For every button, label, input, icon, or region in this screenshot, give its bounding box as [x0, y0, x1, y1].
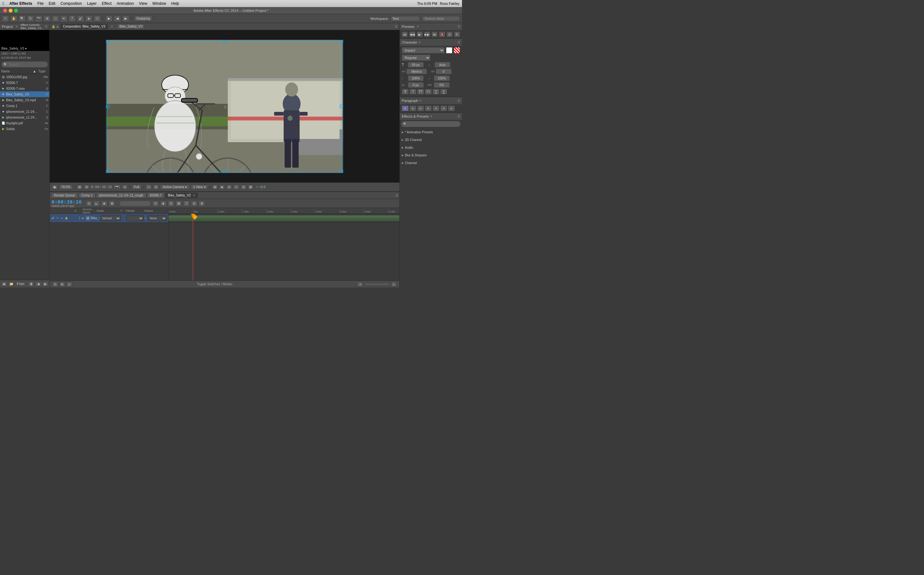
forward-btn[interactable]: ▶ — [122, 15, 129, 22]
tl-btn1[interactable]: ⊙ — [152, 201, 159, 206]
paragraph-panel-close[interactable]: ✕ — [419, 99, 422, 102]
sync-btn[interactable]: ⊞ — [212, 184, 218, 189]
tl-btn5[interactable]: ☐ — [183, 201, 190, 206]
solo-icon[interactable]: ◈ — [56, 25, 59, 28]
audio-switch[interactable]: 🔊 — [51, 216, 55, 220]
grid-btn[interactable]: ⊞ — [76, 184, 83, 189]
effects-search-input[interactable] — [407, 122, 459, 126]
list-item[interactable]: ▶ 92006-7.mov Q — [0, 86, 49, 91]
tl-btn4[interactable]: ⊠ — [175, 201, 182, 206]
list-item[interactable]: ■ Bike_Safety_V3 C — [0, 91, 49, 97]
align-center-btn[interactable]: ≡ — [409, 105, 416, 111]
new-comp-btn[interactable]: ◉ — [1, 281, 7, 286]
preview-play-btn[interactable]: ▶ — [417, 32, 423, 37]
zoom-tool[interactable]: 🔍 — [19, 15, 25, 22]
tl-btn2[interactable]: ◈ — [160, 201, 167, 206]
layer-parent-select[interactable]: None — [148, 215, 167, 221]
align-right-btn[interactable]: ≡ — [417, 105, 424, 111]
project-panel-menu[interactable]: ☰ — [45, 25, 48, 28]
mute-btn[interactable]: 🔈 — [93, 201, 100, 206]
workspace-select[interactable]: Text — [391, 16, 420, 21]
overlay-btn[interactable]: ⊠ — [248, 184, 253, 189]
project-panel-close[interactable]: ✕ — [15, 25, 18, 28]
preview-last-btn[interactable]: ⏭ — [432, 32, 438, 37]
font-style-select[interactable]: Regular — [402, 54, 430, 61]
lock-switch[interactable]: 🔒 — [64, 216, 69, 220]
render-btn[interactable]: ⊙ — [122, 184, 128, 189]
expand-all-btn[interactable]: ⊞ — [59, 282, 65, 287]
layer-expand-btn[interactable]: ▶ — [81, 216, 85, 220]
timeline-panel-menu[interactable]: ☰ — [395, 194, 398, 197]
list-item[interactable]: ▶ Bike_Safety_V3.mp4 M — [0, 97, 49, 103]
anchor-tool[interactable]: ⊕ — [44, 15, 51, 22]
character-panel-menu[interactable]: ☰ — [457, 41, 460, 44]
camera-btn[interactable]: 📷 — [113, 184, 121, 189]
list-item[interactable]: ■ Comp 1 C — [0, 103, 49, 109]
eraser-tool[interactable]: ◈ — [85, 15, 92, 22]
guide-btn[interactable]: ⊘ — [84, 184, 89, 189]
effect-controls-tab[interactable]: Effect Controls: Bike_Safety_V3... — [21, 24, 44, 30]
solo-switches-btn[interactable]: ⊙ — [86, 201, 92, 206]
tab-render-queue[interactable]: Render Queue — [51, 193, 78, 198]
snapshot-btn[interactable]: ◉ — [52, 184, 58, 189]
transparency-btn[interactable]: ☐ — [146, 184, 152, 189]
list-item[interactable]: ▶ iphonemovie_11-24-12_rough.mov Q — [0, 114, 49, 120]
solo-switch[interactable]: ◈ — [60, 216, 64, 220]
list-item[interactable]: ▤ 1000x1000.jpg JP▸ — [0, 74, 49, 80]
layer-trkmat-select[interactable] — [126, 215, 144, 221]
prev-btn[interactable]: ◀ — [35, 281, 41, 286]
bold-btn[interactable]: T — [402, 89, 409, 95]
leading-input[interactable] — [434, 62, 451, 68]
horiz-scale-input[interactable] — [434, 75, 450, 81]
character-panel-close[interactable]: ✕ — [418, 41, 421, 44]
tl-btn7[interactable]: ⊕ — [199, 201, 205, 206]
effects-category[interactable]: ▶ * Animation Presets — [400, 128, 462, 136]
justify-left-btn[interactable]: ≡ — [425, 105, 432, 111]
next-btn[interactable]: ▶ — [42, 281, 48, 286]
fill-color-swatch[interactable] — [446, 47, 452, 54]
snapping-toggle[interactable]: Snapping — [134, 16, 152, 21]
layer-row[interactable]: 🔊 👁 ◈ 🔒 1 ▶ M Bike_Safety_V3.mp4 Normal — [50, 214, 168, 223]
pixel-btn[interactable]: ⊡ — [153, 184, 159, 189]
hand-tool[interactable]: ✋ — [10, 15, 18, 22]
zoom-select[interactable]: 78.5% — [59, 184, 73, 189]
effects-category[interactable]: ▶ Channel — [400, 159, 462, 167]
zoom-out-btn[interactable]: ◁ — [357, 282, 363, 287]
active-camera-select[interactable]: Active Camera ▾ — [160, 184, 190, 189]
small-caps-btn[interactable]: TT — [425, 89, 432, 95]
camera-tool[interactable]: 📷 — [35, 15, 42, 22]
paragraph-panel-menu[interactable]: ☰ — [457, 99, 460, 102]
draft-btn[interactable]: ⊙ — [226, 184, 232, 189]
menu-composition[interactable]: Composition — [61, 1, 82, 6]
list-item[interactable]: 📄 Keylight.pdf V▸ — [0, 120, 49, 126]
superscript-btn[interactable]: T — [432, 89, 440, 95]
fps-btn[interactable]: ⊞ — [109, 201, 115, 206]
justify-center-btn[interactable]: ≡ — [432, 105, 440, 111]
preview-next-btn[interactable]: ▶▶ — [424, 32, 430, 37]
effects-panel-close[interactable]: ✕ — [430, 115, 432, 118]
pen-tool[interactable]: ✒ — [60, 15, 67, 22]
project-search-input[interactable] — [9, 63, 46, 66]
zoom-in-btn[interactable]: ▷ — [391, 282, 397, 287]
quality-select[interactable]: Full — [132, 184, 142, 189]
menu-view[interactable]: View — [139, 1, 147, 6]
rotate-tool[interactable]: ↻ — [27, 15, 34, 22]
justify-right-btn[interactable]: ≡ — [440, 105, 447, 111]
align-left-btn[interactable]: ≡ — [402, 105, 409, 111]
effects-category[interactable]: ▶ Audio — [400, 144, 462, 151]
new-folder-btn[interactable]: 📁 — [8, 281, 14, 286]
italic-btn[interactable]: T — [409, 89, 416, 95]
preview-panel-menu[interactable]: ☰ — [457, 25, 460, 28]
tab-comp1[interactable]: Comp 1 — [79, 193, 96, 198]
wireframe-btn[interactable]: ☐ — [233, 184, 239, 189]
tsukuri-input[interactable] — [434, 82, 450, 88]
search-help-input[interactable]: Search Help — [422, 16, 460, 21]
list-item[interactable]: ▶ Solids Fo — [0, 126, 49, 132]
baseline-input[interactable] — [408, 82, 424, 88]
preview-mute-btn[interactable]: 🔇 — [439, 32, 445, 37]
preview-loop-btn[interactable]: ↻ — [454, 32, 460, 37]
project-search-bar[interactable]: 🔍 — [1, 61, 48, 68]
preview-prev-btn[interactable]: ◀◀ — [409, 32, 415, 37]
caps-btn[interactable]: TT — [417, 89, 424, 95]
tl-btn3[interactable]: ⊡ — [168, 201, 174, 206]
